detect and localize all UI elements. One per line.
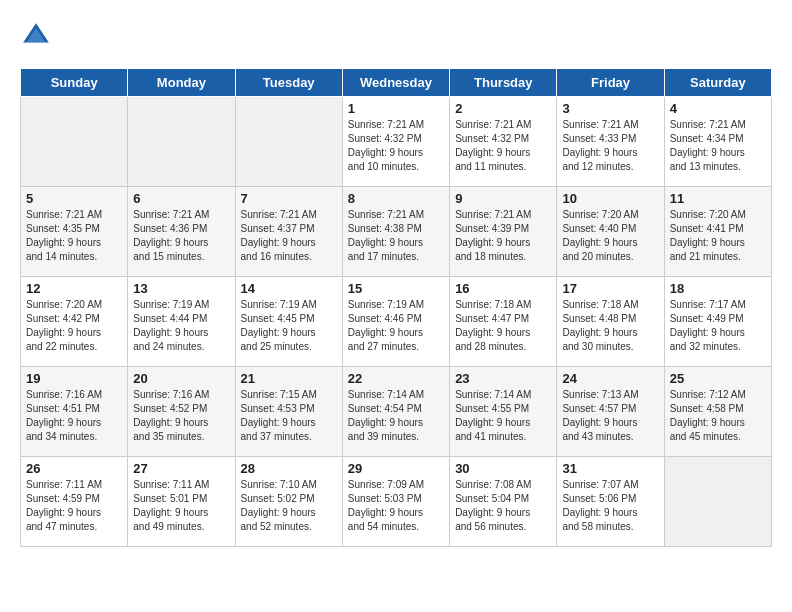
calendar-cell: 7Sunrise: 7:21 AM Sunset: 4:37 PM Daylig…	[235, 187, 342, 277]
calendar-cell: 24Sunrise: 7:13 AM Sunset: 4:57 PM Dayli…	[557, 367, 664, 457]
day-info: Sunrise: 7:20 AM Sunset: 4:41 PM Dayligh…	[670, 208, 766, 264]
calendar-table: SundayMondayTuesdayWednesdayThursdayFrid…	[20, 68, 772, 547]
calendar-cell	[21, 97, 128, 187]
day-info: Sunrise: 7:21 AM Sunset: 4:33 PM Dayligh…	[562, 118, 658, 174]
day-number: 25	[670, 371, 766, 386]
calendar-cell: 9Sunrise: 7:21 AM Sunset: 4:39 PM Daylig…	[450, 187, 557, 277]
header-cell-friday: Friday	[557, 69, 664, 97]
day-number: 9	[455, 191, 551, 206]
calendar-cell: 20Sunrise: 7:16 AM Sunset: 4:52 PM Dayli…	[128, 367, 235, 457]
calendar-cell: 19Sunrise: 7:16 AM Sunset: 4:51 PM Dayli…	[21, 367, 128, 457]
day-info: Sunrise: 7:21 AM Sunset: 4:32 PM Dayligh…	[348, 118, 444, 174]
header-row: SundayMondayTuesdayWednesdayThursdayFrid…	[21, 69, 772, 97]
logo	[20, 20, 56, 52]
calendar-cell: 2Sunrise: 7:21 AM Sunset: 4:32 PM Daylig…	[450, 97, 557, 187]
day-number: 16	[455, 281, 551, 296]
day-info: Sunrise: 7:08 AM Sunset: 5:04 PM Dayligh…	[455, 478, 551, 534]
calendar-cell: 26Sunrise: 7:11 AM Sunset: 4:59 PM Dayli…	[21, 457, 128, 547]
calendar-cell: 4Sunrise: 7:21 AM Sunset: 4:34 PM Daylig…	[664, 97, 771, 187]
day-number: 24	[562, 371, 658, 386]
calendar-cell: 29Sunrise: 7:09 AM Sunset: 5:03 PM Dayli…	[342, 457, 449, 547]
day-number: 14	[241, 281, 337, 296]
calendar-cell: 12Sunrise: 7:20 AM Sunset: 4:42 PM Dayli…	[21, 277, 128, 367]
day-info: Sunrise: 7:21 AM Sunset: 4:37 PM Dayligh…	[241, 208, 337, 264]
day-info: Sunrise: 7:11 AM Sunset: 5:01 PM Dayligh…	[133, 478, 229, 534]
calendar-cell: 21Sunrise: 7:15 AM Sunset: 4:53 PM Dayli…	[235, 367, 342, 457]
calendar-cell: 28Sunrise: 7:10 AM Sunset: 5:02 PM Dayli…	[235, 457, 342, 547]
day-number: 11	[670, 191, 766, 206]
day-info: Sunrise: 7:21 AM Sunset: 4:32 PM Dayligh…	[455, 118, 551, 174]
header-cell-saturday: Saturday	[664, 69, 771, 97]
day-number: 8	[348, 191, 444, 206]
header-cell-monday: Monday	[128, 69, 235, 97]
week-row-3: 12Sunrise: 7:20 AM Sunset: 4:42 PM Dayli…	[21, 277, 772, 367]
day-info: Sunrise: 7:14 AM Sunset: 4:54 PM Dayligh…	[348, 388, 444, 444]
day-info: Sunrise: 7:20 AM Sunset: 4:40 PM Dayligh…	[562, 208, 658, 264]
day-number: 5	[26, 191, 122, 206]
day-number: 27	[133, 461, 229, 476]
day-number: 28	[241, 461, 337, 476]
calendar-cell	[664, 457, 771, 547]
calendar-cell: 8Sunrise: 7:21 AM Sunset: 4:38 PM Daylig…	[342, 187, 449, 277]
day-number: 4	[670, 101, 766, 116]
calendar-cell: 23Sunrise: 7:14 AM Sunset: 4:55 PM Dayli…	[450, 367, 557, 457]
calendar-cell: 13Sunrise: 7:19 AM Sunset: 4:44 PM Dayli…	[128, 277, 235, 367]
calendar-cell: 1Sunrise: 7:21 AM Sunset: 4:32 PM Daylig…	[342, 97, 449, 187]
calendar-cell: 30Sunrise: 7:08 AM Sunset: 5:04 PM Dayli…	[450, 457, 557, 547]
week-row-5: 26Sunrise: 7:11 AM Sunset: 4:59 PM Dayli…	[21, 457, 772, 547]
day-info: Sunrise: 7:10 AM Sunset: 5:02 PM Dayligh…	[241, 478, 337, 534]
week-row-2: 5Sunrise: 7:21 AM Sunset: 4:35 PM Daylig…	[21, 187, 772, 277]
day-info: Sunrise: 7:18 AM Sunset: 4:48 PM Dayligh…	[562, 298, 658, 354]
calendar-cell: 18Sunrise: 7:17 AM Sunset: 4:49 PM Dayli…	[664, 277, 771, 367]
day-info: Sunrise: 7:21 AM Sunset: 4:38 PM Dayligh…	[348, 208, 444, 264]
day-number: 2	[455, 101, 551, 116]
day-number: 1	[348, 101, 444, 116]
header-cell-sunday: Sunday	[21, 69, 128, 97]
day-info: Sunrise: 7:18 AM Sunset: 4:47 PM Dayligh…	[455, 298, 551, 354]
day-info: Sunrise: 7:21 AM Sunset: 4:36 PM Dayligh…	[133, 208, 229, 264]
day-info: Sunrise: 7:21 AM Sunset: 4:39 PM Dayligh…	[455, 208, 551, 264]
day-number: 26	[26, 461, 122, 476]
calendar-cell: 27Sunrise: 7:11 AM Sunset: 5:01 PM Dayli…	[128, 457, 235, 547]
day-number: 20	[133, 371, 229, 386]
day-number: 3	[562, 101, 658, 116]
calendar-cell	[128, 97, 235, 187]
day-number: 17	[562, 281, 658, 296]
day-info: Sunrise: 7:12 AM Sunset: 4:58 PM Dayligh…	[670, 388, 766, 444]
day-info: Sunrise: 7:14 AM Sunset: 4:55 PM Dayligh…	[455, 388, 551, 444]
calendar-cell: 3Sunrise: 7:21 AM Sunset: 4:33 PM Daylig…	[557, 97, 664, 187]
calendar-cell: 11Sunrise: 7:20 AM Sunset: 4:41 PM Dayli…	[664, 187, 771, 277]
day-info: Sunrise: 7:19 AM Sunset: 4:46 PM Dayligh…	[348, 298, 444, 354]
logo-icon	[20, 20, 52, 52]
calendar-cell: 16Sunrise: 7:18 AM Sunset: 4:47 PM Dayli…	[450, 277, 557, 367]
week-row-1: 1Sunrise: 7:21 AM Sunset: 4:32 PM Daylig…	[21, 97, 772, 187]
calendar-cell	[235, 97, 342, 187]
week-row-4: 19Sunrise: 7:16 AM Sunset: 4:51 PM Dayli…	[21, 367, 772, 457]
header-cell-wednesday: Wednesday	[342, 69, 449, 97]
day-info: Sunrise: 7:16 AM Sunset: 4:52 PM Dayligh…	[133, 388, 229, 444]
day-number: 18	[670, 281, 766, 296]
day-number: 30	[455, 461, 551, 476]
header-cell-thursday: Thursday	[450, 69, 557, 97]
day-info: Sunrise: 7:13 AM Sunset: 4:57 PM Dayligh…	[562, 388, 658, 444]
calendar-cell: 17Sunrise: 7:18 AM Sunset: 4:48 PM Dayli…	[557, 277, 664, 367]
day-number: 29	[348, 461, 444, 476]
calendar-cell: 22Sunrise: 7:14 AM Sunset: 4:54 PM Dayli…	[342, 367, 449, 457]
day-info: Sunrise: 7:19 AM Sunset: 4:45 PM Dayligh…	[241, 298, 337, 354]
calendar-cell: 31Sunrise: 7:07 AM Sunset: 5:06 PM Dayli…	[557, 457, 664, 547]
page-header	[20, 20, 772, 52]
day-info: Sunrise: 7:21 AM Sunset: 4:34 PM Dayligh…	[670, 118, 766, 174]
calendar-cell: 5Sunrise: 7:21 AM Sunset: 4:35 PM Daylig…	[21, 187, 128, 277]
calendar-cell: 15Sunrise: 7:19 AM Sunset: 4:46 PM Dayli…	[342, 277, 449, 367]
day-number: 10	[562, 191, 658, 206]
day-info: Sunrise: 7:19 AM Sunset: 4:44 PM Dayligh…	[133, 298, 229, 354]
day-info: Sunrise: 7:16 AM Sunset: 4:51 PM Dayligh…	[26, 388, 122, 444]
day-number: 31	[562, 461, 658, 476]
calendar-cell: 14Sunrise: 7:19 AM Sunset: 4:45 PM Dayli…	[235, 277, 342, 367]
header-cell-tuesday: Tuesday	[235, 69, 342, 97]
day-number: 19	[26, 371, 122, 386]
day-info: Sunrise: 7:09 AM Sunset: 5:03 PM Dayligh…	[348, 478, 444, 534]
day-number: 7	[241, 191, 337, 206]
day-info: Sunrise: 7:07 AM Sunset: 5:06 PM Dayligh…	[562, 478, 658, 534]
day-info: Sunrise: 7:21 AM Sunset: 4:35 PM Dayligh…	[26, 208, 122, 264]
